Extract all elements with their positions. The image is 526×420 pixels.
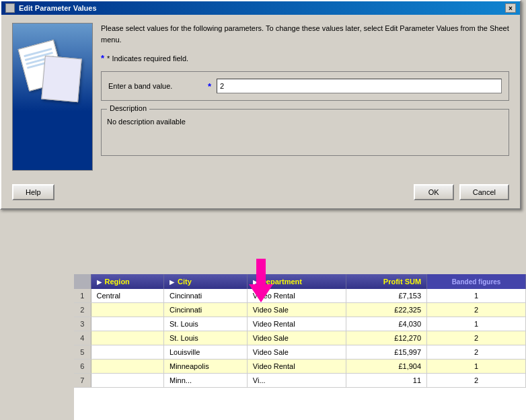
cell-city-3: St. Louis bbox=[164, 317, 248, 331]
row-num-3: 3 bbox=[74, 317, 91, 331]
cell-city-2: Cincinnati bbox=[164, 303, 248, 317]
table-row: 7 Minn... Vi... 11 2 bbox=[74, 374, 526, 388]
row-num-5: 5 bbox=[74, 345, 91, 360]
data-table-section: ▶ Region ▶ City ▶ Department Profit SUM … bbox=[74, 274, 526, 420]
required-asterisk-icon: * bbox=[101, 53, 104, 63]
description-legend: Description bbox=[107, 104, 149, 112]
param-required-icon: * bbox=[208, 81, 211, 91]
cell-banded-6: 1 bbox=[427, 360, 526, 374]
col-label-banded: Banded figures bbox=[452, 278, 501, 286]
param-row: Enter a band value. * bbox=[108, 79, 502, 93]
cell-region-5 bbox=[91, 345, 164, 360]
cell-region-3 bbox=[91, 317, 164, 331]
close-button[interactable]: × bbox=[505, 3, 516, 13]
cell-region-4 bbox=[91, 331, 164, 345]
table-row: 4 St. Louis Video Sale £12,270 2 bbox=[74, 331, 526, 345]
arrow-container bbox=[249, 259, 273, 304]
row-num-2: 2 bbox=[74, 303, 91, 317]
row-num-1: 1 bbox=[74, 289, 91, 303]
cell-profit-6: £1,904 bbox=[346, 360, 427, 374]
cell-banded-7: 2 bbox=[427, 374, 526, 388]
cell-region-6 bbox=[91, 360, 164, 374]
ok-button[interactable]: OK bbox=[414, 184, 454, 200]
band-value-input[interactable] bbox=[217, 79, 502, 93]
paper-icon-front bbox=[41, 56, 81, 103]
row-num-6: 6 bbox=[74, 360, 91, 374]
col-header-rownum bbox=[74, 274, 91, 289]
description-text: No description available bbox=[107, 118, 503, 126]
row-num-7: 7 bbox=[74, 374, 91, 388]
required-note: * * Indicates required field. bbox=[101, 53, 509, 63]
cell-profit-2: £22,325 bbox=[346, 303, 427, 317]
table-row: 3 St. Louis Video Rental £4,030 1 bbox=[74, 317, 526, 331]
cell-dept-3: Video Rental bbox=[247, 317, 346, 331]
instructions-text: Please select values for the following p… bbox=[101, 23, 509, 45]
cell-dept-4: Video Sale bbox=[247, 331, 346, 345]
sort-icon-city: ▶ bbox=[170, 279, 174, 286]
cell-city-1: Cincinnati bbox=[164, 289, 248, 303]
row-num-4: 4 bbox=[74, 331, 91, 345]
col-header-profit[interactable]: Profit SUM bbox=[346, 274, 427, 289]
table-header-row: ▶ Region ▶ City ▶ Department Profit SUM … bbox=[74, 274, 526, 289]
cell-dept-6: Video Rental bbox=[247, 360, 346, 374]
col-label-profit: Profit SUM bbox=[383, 278, 421, 286]
dialog-content: Please select values for the following p… bbox=[1, 15, 520, 179]
cell-region-7 bbox=[91, 374, 164, 388]
title-bar-left: Edit Parameter Values bbox=[5, 3, 97, 13]
cell-profit-1: £7,153 bbox=[346, 289, 427, 303]
cell-dept-5: Video Sale bbox=[247, 345, 346, 360]
help-button[interactable]: Help bbox=[12, 184, 54, 200]
button-row: Help OK Cancel bbox=[1, 179, 520, 208]
table-row: 1 Central Cincinnati Video Rental £7,153… bbox=[74, 289, 526, 303]
down-arrow-icon bbox=[249, 259, 273, 302]
cell-city-4: St. Louis bbox=[164, 331, 248, 345]
cell-profit-4: £12,270 bbox=[346, 331, 427, 345]
edit-parameter-dialog: Edit Parameter Values × Please select va… bbox=[0, 0, 521, 210]
cell-region-1: Central bbox=[91, 289, 164, 303]
col-label-city: City bbox=[178, 278, 192, 286]
svg-marker-0 bbox=[249, 259, 273, 302]
parameter-input-area: Enter a band value. * bbox=[101, 71, 509, 101]
cell-city-5: Louisville bbox=[164, 345, 248, 360]
required-note-text: * Indicates required field. bbox=[107, 54, 188, 62]
col-header-banded[interactable]: Banded figures bbox=[427, 274, 526, 289]
table-row: 5 Louisville Video Sale £15,997 2 bbox=[74, 345, 526, 360]
right-content: Please select values for the following p… bbox=[101, 23, 509, 171]
cell-banded-3: 1 bbox=[427, 317, 526, 331]
table-row: 2 Cincinnati Video Sale £22,325 2 bbox=[74, 303, 526, 317]
cell-dept-2: Video Sale bbox=[247, 303, 346, 317]
col-header-region[interactable]: ▶ Region bbox=[91, 274, 164, 289]
dialog-icon bbox=[5, 3, 15, 13]
cell-profit-5: £15,997 bbox=[346, 345, 427, 360]
cell-banded-5: 2 bbox=[427, 345, 526, 360]
cell-profit-3: £4,030 bbox=[346, 317, 427, 331]
cell-city-7: Minn... bbox=[164, 374, 248, 388]
cell-profit-7: 11 bbox=[346, 374, 427, 388]
description-box: Description No description available bbox=[101, 109, 509, 156]
dialog-title: Edit Parameter Values bbox=[19, 4, 97, 12]
cell-banded-1: 1 bbox=[427, 289, 526, 303]
col-header-city[interactable]: ▶ City bbox=[164, 274, 248, 289]
sort-icon-region: ▶ bbox=[97, 279, 102, 286]
cell-banded-2: 2 bbox=[427, 303, 526, 317]
data-table: ▶ Region ▶ City ▶ Department Profit SUM … bbox=[74, 274, 526, 388]
cell-region-2 bbox=[91, 303, 164, 317]
col-label-region: Region bbox=[105, 278, 130, 286]
cell-banded-4: 2 bbox=[427, 331, 526, 345]
cancel-button[interactable]: Cancel bbox=[459, 184, 509, 200]
param-label: Enter a band value. bbox=[108, 82, 202, 90]
cell-city-6: Minneapolis bbox=[164, 360, 248, 374]
table-row: 6 Minneapolis Video Rental £1,904 1 bbox=[74, 360, 526, 374]
image-panel bbox=[12, 23, 93, 171]
cell-dept-7: Vi... bbox=[247, 374, 346, 388]
title-bar: Edit Parameter Values × bbox=[1, 1, 520, 15]
